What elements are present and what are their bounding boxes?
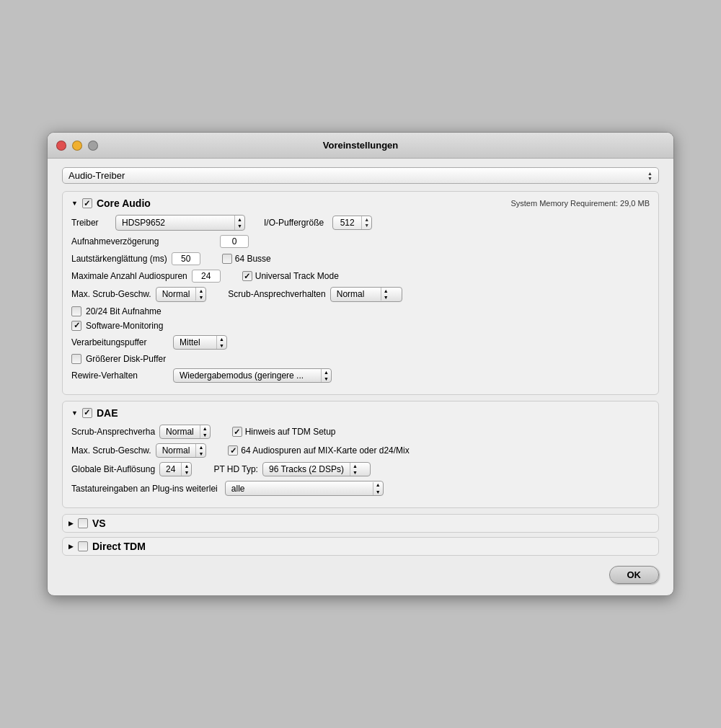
software-monitoring-row: Software-Monitoring bbox=[71, 321, 650, 331]
io-puffer-input[interactable]: 512 ▲▼ bbox=[332, 216, 372, 230]
scrub-anspr-select[interactable]: Normal ▲▼ bbox=[330, 287, 402, 301]
preferences-window: Voreinstellungen Audio-Treiber ▲ ▼ Core … bbox=[47, 132, 674, 595]
scrub-geschw-select[interactable]: Normal ▲▼ bbox=[156, 287, 207, 301]
max-audio-label: Maximale Anzahl Audiospuren bbox=[71, 271, 187, 281]
verarbeitungspuffer-label: Verarbeitungspuffer bbox=[71, 337, 169, 347]
busse-label: 64 Busse bbox=[235, 254, 271, 264]
scrub-anspr-label: Scrub-Ansprechverhalten bbox=[228, 289, 325, 299]
core-audio-header: Core Audio System Memory Requirement: 29… bbox=[71, 197, 650, 209]
vs-title: VS bbox=[92, 518, 106, 529]
globale-bit-label: Globale Bit-Auflösung bbox=[71, 464, 155, 474]
treiber-select[interactable]: HDSP9652 ▲▼ bbox=[115, 215, 245, 231]
treiber-label: Treiber bbox=[71, 218, 111, 228]
dae-title: DAE bbox=[97, 407, 118, 419]
lautstaerke-input[interactable] bbox=[172, 252, 200, 265]
window-buttons bbox=[56, 141, 98, 151]
core-audio-checkbox[interactable] bbox=[82, 198, 92, 208]
verarbeitungspuffer-row: Verarbeitungspuffer Mittel ▲▼ bbox=[71, 335, 650, 350]
dae-triangle[interactable] bbox=[71, 409, 78, 417]
scrub-geschw-label: Max. Scrub-Geschw. bbox=[71, 289, 151, 299]
groesserer-disk-row: Größerer Disk-Puffer bbox=[71, 354, 650, 364]
audio64-label: 64 Audiospuren auf MIX-Karte oder d24/Mi… bbox=[241, 445, 409, 456]
dae-scrub-anspr-label: Scrub-Ansprechverha bbox=[71, 427, 155, 437]
rewire-select[interactable]: Wiedergabemodus (geringere ... ▲▼ bbox=[173, 368, 332, 383]
track-mode-checkbox[interactable] bbox=[242, 271, 252, 281]
verarbeitungspuffer-select[interactable]: Mittel ▲▼ bbox=[173, 335, 227, 350]
pt-hd-select[interactable]: 96 Tracks (2 DSPs) ▲▼ bbox=[262, 462, 371, 476]
audio-treiber-stepper[interactable]: ▲ ▼ bbox=[647, 171, 653, 181]
aufnahme-label: Aufnahmeverzögerung bbox=[71, 236, 216, 247]
aufnahme-input[interactable] bbox=[220, 235, 249, 248]
titlebar: Voreinstellungen bbox=[48, 133, 673, 159]
track-mode-label: Universal Track Mode bbox=[255, 271, 339, 281]
groesserer-disk-label: Größerer Disk-Puffer bbox=[86, 354, 166, 364]
vs-triangle[interactable] bbox=[68, 520, 74, 527]
tastatur-select[interactable]: alle ▲▼ bbox=[225, 481, 384, 495]
close-button[interactable] bbox=[56, 141, 66, 151]
dae-scrub-geschw-label: Max. Scrub-Geschw. bbox=[71, 445, 151, 456]
aufnahme-row: Aufnahmeverzögerung bbox=[71, 235, 650, 248]
direct-tdm-section: Direct TDM bbox=[62, 537, 659, 556]
bit-aufnahme-label: 20/24 Bit Aufnahme bbox=[86, 306, 162, 316]
zoom-button[interactable] bbox=[88, 141, 98, 151]
minimize-button[interactable] bbox=[72, 141, 82, 151]
ok-button[interactable]: OK bbox=[609, 566, 660, 584]
dae-scrub-geschw-select[interactable]: Normal ▲▼ bbox=[156, 443, 207, 458]
vs-section: VS bbox=[62, 514, 659, 533]
dae-scrub-anspr-select[interactable]: Normal ▲▼ bbox=[159, 425, 211, 439]
direct-tdm-triangle[interactable] bbox=[68, 543, 74, 550]
audio-treiber-value: Audio-Treiber bbox=[68, 170, 125, 181]
tastatur-row: Tastatureingaben an Plug-ins weiterlei a… bbox=[71, 481, 650, 495]
software-monitoring-label: Software-Monitoring bbox=[86, 321, 163, 331]
direct-tdm-checkbox[interactable] bbox=[78, 541, 88, 551]
core-audio-title: Core Audio bbox=[97, 197, 151, 209]
pt-hd-label: PT HD Typ: bbox=[213, 464, 258, 474]
lautstaerke-label: Lautstärkenglättung (ms) bbox=[71, 254, 167, 264]
busse-checkbox[interactable] bbox=[222, 254, 232, 264]
dae-header: DAE bbox=[71, 407, 650, 419]
content-area: Audio-Treiber ▲ ▼ Core Audio System Memo… bbox=[48, 159, 673, 595]
core-audio-section: Core Audio System Memory Requirement: 29… bbox=[62, 191, 659, 395]
hinweis-tdm-label: Hinweis auf TDM Setup bbox=[245, 427, 336, 437]
audio-treiber-row: Audio-Treiber ▲ ▼ bbox=[62, 167, 659, 184]
treiber-row: Treiber HDSP9652 ▲▼ I/O-Puffergröße 512 … bbox=[71, 215, 650, 231]
bit-aufnahme-checkbox[interactable] bbox=[71, 306, 81, 316]
direct-tdm-title: Direct TDM bbox=[92, 541, 146, 552]
bit-aufnahme-row: 20/24 Bit Aufnahme bbox=[71, 306, 650, 316]
core-audio-triangle[interactable] bbox=[71, 200, 78, 207]
tastatur-label: Tastatureingaben an Plug-ins weiterlei bbox=[71, 484, 218, 494]
software-monitoring-checkbox[interactable] bbox=[71, 321, 81, 331]
groesserer-disk-checkbox[interactable] bbox=[71, 354, 81, 364]
rewire-row: Rewire-Verhalten Wiedergabemodus (gering… bbox=[71, 368, 650, 383]
max-audio-input[interactable] bbox=[192, 270, 221, 283]
hinweis-tdm-checkbox[interactable] bbox=[232, 427, 242, 437]
ok-row: OK bbox=[62, 566, 659, 584]
dae-section: DAE Scrub-Ansprechverha Normal ▲▼ Hinwei… bbox=[62, 401, 659, 508]
globale-bit-select[interactable]: 24 ▲▼ bbox=[159, 462, 192, 476]
audio64-checkbox[interactable] bbox=[228, 445, 238, 456]
dae-checkbox[interactable] bbox=[82, 408, 92, 418]
vs-checkbox[interactable] bbox=[78, 518, 88, 528]
system-memory-label: System Memory Requirement: 29,0 MB bbox=[510, 199, 650, 208]
window-title: Voreinstellungen bbox=[323, 140, 399, 151]
io-puffer-label: I/O-Puffergröße bbox=[264, 218, 324, 228]
rewire-label: Rewire-Verhalten bbox=[71, 370, 169, 381]
